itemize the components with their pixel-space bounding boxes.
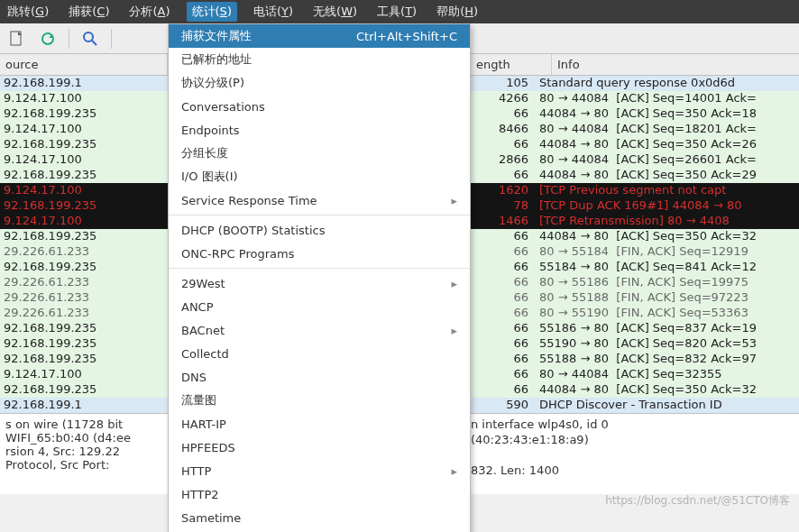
menu-item[interactable]: 分组长度 <box>169 142 470 165</box>
menu-item[interactable]: HTTP <box>169 459 470 482</box>
menu-item-label: HTTP <box>181 464 211 478</box>
menu-tools[interactable]: 工具(T) <box>373 2 420 22</box>
column-info[interactable]: Info <box>552 54 799 75</box>
menu-wireless[interactable]: 无线(W) <box>309 2 361 22</box>
menu-item-label: Sametime <box>181 511 241 525</box>
menu-item-label: 29West <box>181 277 225 290</box>
menu-item[interactable]: 流量图 <box>169 389 470 412</box>
file-icon <box>9 31 25 47</box>
menu-item[interactable]: DHCP (BOOTP) Statistics <box>169 218 470 242</box>
toolbar-separator <box>69 29 69 49</box>
menu-telephony[interactable]: 电话(Y) <box>250 2 297 22</box>
menu-item[interactable]: 已解析的地址 <box>169 48 470 71</box>
menu-item-label: ONC-RPC Programs <box>181 247 294 261</box>
menu-item[interactable]: ANCP <box>169 295 470 318</box>
menu-item[interactable]: ONC-RPC Programs <box>169 242 470 265</box>
menu-item[interactable]: Collectd <box>169 342 470 365</box>
menu-help[interactable]: 帮助(H) <box>433 2 482 22</box>
column-source[interactable]: ource <box>0 54 168 75</box>
menu-item[interactable]: HTTP2 <box>169 482 470 506</box>
menu-item-label: DHCP (BOOTP) Statistics <box>181 224 325 237</box>
menu-item-label: 流量图 <box>181 392 216 408</box>
menu-item[interactable]: Service Response Time <box>169 188 470 212</box>
toolbar-separator <box>111 29 112 49</box>
menu-item-label: BACnet <box>181 324 225 337</box>
menu-item-label: HPFEEDS <box>181 441 235 454</box>
statistics-menu[interactable]: 捕获文件属性Ctrl+Alt+Shift+C已解析的地址协议分级(P)Conve… <box>168 23 471 532</box>
reload-icon <box>40 31 56 47</box>
watermark: https://blog.csdn.net/@51CTO博客 <box>605 493 790 509</box>
menu-statistics[interactable]: 统计(S) <box>187 2 237 22</box>
menu-item[interactable]: DNS <box>169 365 470 389</box>
menu-item[interactable]: HPFEEDS <box>169 436 470 459</box>
menu-separator <box>169 215 470 216</box>
detail-line: (40:23:43:e1:18:a9) <box>471 433 589 446</box>
menu-item[interactable]: Sametime <box>169 506 470 529</box>
menu-item-label: I/O 图表(I) <box>181 169 238 185</box>
menu-item-label: Collectd <box>181 347 229 361</box>
menu-item-label: 捕获文件属性 <box>181 28 252 44</box>
menu-item[interactable]: Endpoints <box>169 118 470 142</box>
menu-item-label: Endpoints <box>181 124 240 137</box>
detail-line: n interface wlp4s0, id 0 <box>471 417 609 431</box>
menubar: 跳转(G) 捕获(C) 分析(A) 统计(S) 电话(Y) 无线(W) 工具(T… <box>0 0 799 23</box>
menu-item-label: Conversations <box>181 100 265 114</box>
menu-item[interactable]: HART-IP <box>169 412 470 436</box>
detail-line: 832. Len: 1400 <box>471 463 559 477</box>
menu-item[interactable]: BACnet <box>169 318 470 342</box>
menu-item-label: 协议分级(P) <box>181 75 244 91</box>
menu-item[interactable]: 29West <box>169 271 470 295</box>
magnifier-icon <box>82 31 98 47</box>
menu-item-label: ANCP <box>181 300 214 314</box>
menu-item-label: 已解析的地址 <box>181 51 252 68</box>
find-button[interactable] <box>78 27 102 50</box>
svg-line-3 <box>92 41 96 45</box>
menu-goto[interactable]: 跳转(G) <box>4 2 52 22</box>
menu-item-label: HART-IP <box>181 417 226 431</box>
menu-capture[interactable]: 捕获(C) <box>65 2 113 22</box>
menu-item[interactable]: 捕获文件属性Ctrl+Alt+Shift+C <box>169 24 470 48</box>
menu-item-label: DNS <box>181 371 207 384</box>
menu-separator <box>169 268 470 269</box>
menu-item[interactable]: I/O 图表(I) <box>169 165 470 188</box>
menu-item-label: 分组长度 <box>181 145 228 161</box>
toolbar-button[interactable] <box>5 27 29 50</box>
svg-point-2 <box>84 32 93 41</box>
menu-analyze[interactable]: 分析(A) <box>125 2 173 22</box>
menu-item[interactable]: Conversations <box>169 95 470 118</box>
menu-item[interactable]: 协议分级(P) <box>169 71 470 95</box>
column-length[interactable]: ength <box>471 54 552 75</box>
menu-item-label: HTTP2 <box>181 488 219 501</box>
menu-item-label: Service Response Time <box>181 194 317 207</box>
reload-button[interactable] <box>36 27 60 50</box>
menu-shortcut: Ctrl+Alt+Shift+C <box>356 30 457 43</box>
